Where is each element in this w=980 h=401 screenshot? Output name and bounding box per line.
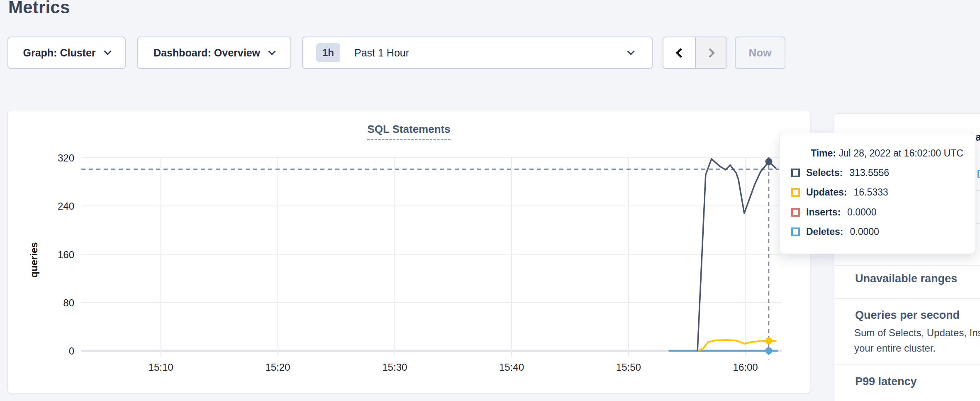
svg-text:0: 0 [69, 345, 74, 357]
svg-text:15:50: 15:50 [616, 362, 641, 373]
sidebar-item-description-line: Sum of Selects, Updates, Inserts and Del… [854, 327, 980, 339]
sidebar-item-description-line: your entire cluster. [854, 342, 936, 354]
deletes-series-swatch [791, 227, 800, 236]
chevron-right-icon [705, 48, 715, 58]
graph-dropdown[interactable]: Graph: Cluster [7, 37, 126, 69]
time-range-selector[interactable]: 1h Past 1 Hour [302, 37, 653, 69]
inserts-series-swatch [791, 208, 800, 217]
tooltip-row-value: 313.5556 [849, 167, 889, 178]
svg-text:15:40: 15:40 [499, 362, 524, 373]
tooltip-row-value: 0.0000 [850, 226, 879, 237]
chevron-down-icon [627, 47, 634, 55]
dashboard-dropdown-label: Dashboard: Overview [154, 47, 260, 59]
svg-text:80: 80 [63, 297, 74, 308]
chevron-down-icon [104, 47, 111, 55]
chart-card: SQL Statements queries 08016024032015:10… [7, 110, 810, 394]
divider [834, 364, 980, 365]
time-range-badge: 1h [316, 43, 340, 62]
chevron-left-icon [675, 48, 685, 58]
tooltip-row-label: Inserts: [806, 207, 841, 218]
updates-series-swatch [791, 188, 800, 197]
next-range-button[interactable] [695, 37, 726, 68]
chart-plot[interactable]: 08016024032015:1015:2015:3015:4015:5016:… [8, 110, 811, 394]
svg-text:240: 240 [58, 200, 74, 212]
svg-text:15:20: 15:20 [265, 362, 290, 373]
selects-series-swatch [791, 169, 800, 177]
time-nav-group [663, 37, 727, 69]
tooltip-row-updates: Updates: 16.5333 [791, 187, 888, 198]
time-range-label: Past 1 Hour [354, 47, 409, 59]
divider [834, 265, 980, 266]
now-button[interactable]: Now [735, 37, 785, 69]
link-fragment [978, 170, 980, 178]
svg-text:320: 320 [58, 152, 74, 164]
sidebar-item-queries-per-second: Queries per second [855, 309, 960, 322]
svg-text:160: 160 [58, 249, 74, 260]
hidden-text-fragment: a [975, 131, 980, 143]
tooltip-row-label: Selects: [806, 167, 843, 178]
dashboard-dropdown[interactable]: Dashboard: Overview [137, 37, 291, 69]
tooltip-row-label: Updates: [806, 187, 847, 198]
tooltip-row-selects: Selects: 313.5556 [791, 167, 889, 178]
graph-dropdown-label: Graph: Cluster [23, 47, 95, 59]
chart-tooltip: Time: Jul 28, 2022 at 16:02:00 UTC Selec… [779, 133, 976, 254]
svg-text:15:30: 15:30 [382, 362, 407, 373]
tooltip-row-value: 16.5333 [853, 187, 888, 198]
divider [834, 298, 980, 299]
prev-range-button[interactable] [663, 37, 695, 68]
tooltip-time-value: Jul 28, 2022 at 16:02:00 UTC [839, 148, 963, 159]
tooltip-row-inserts: Inserts: 0.0000 [791, 207, 876, 218]
chevron-down-icon [268, 47, 275, 55]
svg-text:16:00: 16:00 [733, 362, 758, 373]
tooltip-time-label: Time: [811, 148, 836, 159]
metrics-page: Metrics Graph: Cluster Dashboard: Overvi… [0, 0, 980, 401]
page-title: Metrics [8, 0, 70, 17]
sidebar-item-p99-latency: P99 latency [855, 375, 917, 388]
tooltip-row-deletes: Deletes: 0.0000 [791, 226, 879, 237]
sidebar-item-unavailable-ranges: Unavailable ranges [855, 272, 957, 285]
tooltip-row-value: 0.0000 [847, 207, 876, 218]
tooltip-row-label: Deletes: [806, 226, 843, 237]
svg-text:15:10: 15:10 [149, 362, 173, 373]
